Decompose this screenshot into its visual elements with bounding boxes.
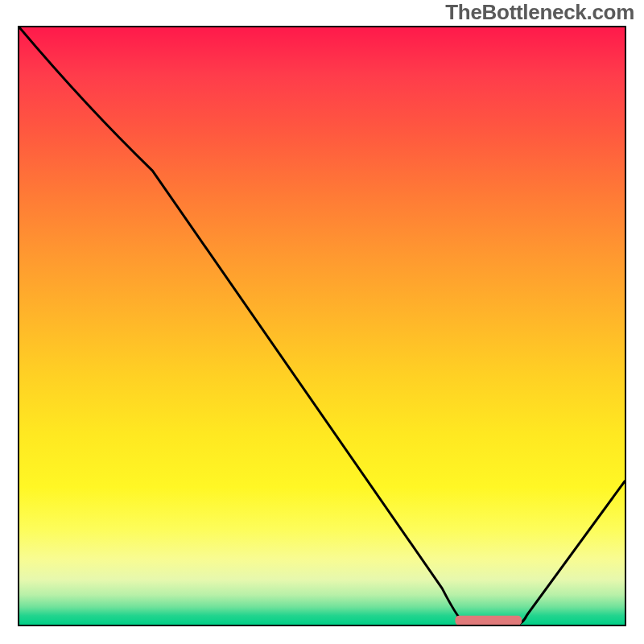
optimal-marker [455, 616, 522, 625]
bottleneck-curve [19, 27, 625, 625]
curve-layer [19, 27, 625, 625]
svg-rect-0 [455, 616, 522, 625]
chart-container: TheBottleneck.com [0, 0, 644, 644]
watermark-label: TheBottleneck.com [445, 0, 634, 25]
plot-area [18, 26, 626, 626]
